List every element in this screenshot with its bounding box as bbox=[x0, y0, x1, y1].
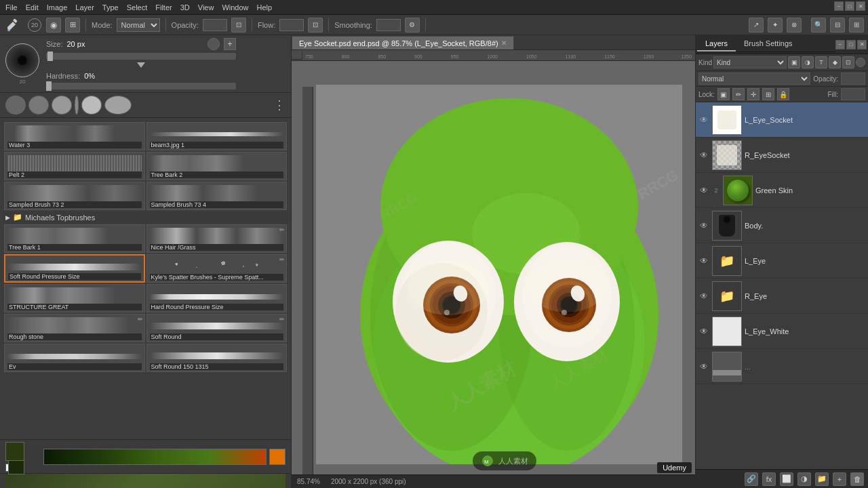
enable-tablet-button[interactable]: ✦ bbox=[768, 18, 783, 33]
canvas-content[interactable]: RRCG 人人素材 RRCG 人人素材 M 人人素材 bbox=[302, 61, 695, 488]
add-mask-button[interactable]: ⬜ bbox=[780, 472, 793, 486]
opacity-input-layers[interactable]: 100% bbox=[841, 73, 865, 85]
delete-layer-button[interactable]: 🗑 bbox=[850, 472, 864, 486]
brush-item-structure-great[interactable]: STRUCTURE GREAT bbox=[4, 284, 145, 312]
brush-item-sampled73-4[interactable]: Sampled Brush 73 4 bbox=[146, 182, 288, 210]
brush-shape-thin[interactable] bbox=[75, 96, 79, 115]
export-button[interactable]: ⊞ bbox=[849, 18, 864, 33]
filter-shape-button[interactable]: ◆ bbox=[829, 56, 841, 68]
symmetry-button[interactable]: ⊗ bbox=[787, 18, 802, 33]
layer-visibility-l-eye-white[interactable]: 👁 bbox=[698, 326, 709, 337]
menu-image[interactable]: Image bbox=[47, 3, 68, 12]
lock-all-button[interactable]: 🔒 bbox=[777, 88, 789, 100]
filter-adjustment-button[interactable]: ◑ bbox=[802, 56, 814, 68]
brush-angle-tool[interactable]: ↗ bbox=[749, 18, 764, 33]
mode-select[interactable]: Normal Multiply Screen Overlay bbox=[117, 18, 160, 32]
brush-item-sampled73-2[interactable]: Sampled Brush 73 2 bbox=[4, 182, 145, 210]
smoothing-settings-button[interactable]: ⚙ bbox=[405, 18, 420, 33]
brush-item-pelt2[interactable]: Pelt 2 bbox=[4, 152, 145, 180]
lock-position-button[interactable]: ✛ bbox=[747, 88, 760, 100]
canvas-tab-eye-socket[interactable]: Eye Socket.psd end.psd @ 85.7% (L_Eye_So… bbox=[292, 36, 514, 49]
filter-pixel-button[interactable]: ▣ bbox=[788, 56, 800, 68]
brush-item-ev[interactable]: Ev bbox=[4, 344, 145, 372]
panel-close-button[interactable]: ✕ bbox=[857, 40, 867, 49]
brush-shape-soft-round[interactable] bbox=[5, 96, 26, 115]
opacity-pressure-button[interactable]: ⊡ bbox=[231, 18, 246, 33]
fill-input[interactable]: 100% bbox=[841, 88, 865, 100]
canvas-tab-close-button[interactable]: ✕ bbox=[501, 39, 507, 47]
layer-visibility-r-eye-socket[interactable]: 👁 bbox=[698, 150, 709, 161]
menu-window[interactable]: Window bbox=[222, 3, 248, 12]
tab-layers[interactable]: Layers bbox=[697, 37, 736, 52]
layer-item-body[interactable]: 👁 Body. bbox=[696, 208, 868, 243]
flow-pressure-button[interactable]: ⊡ bbox=[308, 18, 323, 33]
blend-mode-select[interactable]: Normal Multiply Screen Overlay Soft Ligh… bbox=[698, 73, 810, 85]
brush-item-beam3[interactable]: beam3.jpg 1 bbox=[146, 122, 288, 150]
layer-item-collapsed[interactable]: 👁 ... bbox=[696, 349, 868, 384]
maximize-button[interactable]: □ bbox=[845, 1, 854, 11]
brush-item-water3[interactable]: Water 3 bbox=[4, 122, 145, 150]
brush-item-soft-round[interactable]: Soft Round ✏ bbox=[146, 314, 288, 342]
layer-item-l-eye-white[interactable]: 👁 L_Eye_White bbox=[696, 314, 868, 349]
brush-shape-xl-soft[interactable] bbox=[104, 96, 132, 115]
brush-item-treebark1[interactable]: Tree Bark 1 bbox=[4, 224, 145, 253]
orange-color-swatch[interactable] bbox=[269, 449, 285, 465]
lock-pixels-button[interactable]: ✏ bbox=[732, 88, 745, 100]
brush-item-rough-stone[interactable]: Rough stone ✏ bbox=[4, 314, 145, 342]
panel-expand-button[interactable]: □ bbox=[846, 40, 856, 49]
filter-type-button[interactable]: T bbox=[815, 56, 827, 68]
opacity-input[interactable]: 72% bbox=[203, 19, 227, 31]
layer-item-r-eye-socket[interactable]: 👁 R_EyeSocket bbox=[696, 138, 868, 173]
brush-group-header-michaels[interactable]: ▶ 📁 Michaels Topbrushes bbox=[3, 211, 288, 223]
minimize-button[interactable]: − bbox=[834, 1, 844, 11]
layer-visibility-l-eye[interactable]: 👁 bbox=[698, 256, 709, 266]
brush-shape-medium-round[interactable] bbox=[52, 96, 72, 115]
flow-input[interactable]: 74% bbox=[279, 19, 304, 31]
menu-3d[interactable]: 3D bbox=[180, 3, 190, 12]
search-button[interactable]: 🔍 bbox=[811, 18, 826, 33]
foreground-color-swatch[interactable] bbox=[5, 442, 24, 461]
brush-item-treebark2[interactable]: Tree Bark 2 bbox=[146, 152, 288, 180]
panel-minimize-button[interactable]: − bbox=[835, 40, 845, 49]
menu-help[interactable]: Help bbox=[257, 3, 273, 12]
color-gradient-bar[interactable] bbox=[43, 449, 267, 465]
smoothing-input[interactable]: 0% bbox=[376, 19, 401, 31]
brush-size-slider[interactable] bbox=[46, 53, 236, 60]
menu-filter[interactable]: Filter bbox=[155, 3, 172, 12]
brush-item-kyles-spatter[interactable]: Kyle's Spatter Brushes - Supreme Spatt..… bbox=[146, 254, 288, 283]
menu-file[interactable]: File bbox=[5, 3, 18, 12]
menu-select[interactable]: Select bbox=[127, 3, 148, 12]
layer-item-l-eye-socket[interactable]: 👁 L_Eye_Socket bbox=[696, 102, 868, 138]
menu-view[interactable]: View bbox=[198, 3, 214, 12]
brush-item-softround-pressure[interactable]: Soft Round Pressure Size bbox=[4, 254, 145, 283]
layer-visibility-l-eye-socket[interactable]: 👁 bbox=[698, 115, 709, 125]
toggle-always-use-pressure-button[interactable]: ⊞ bbox=[65, 18, 80, 33]
add-adjustment-button[interactable]: ◑ bbox=[797, 472, 811, 486]
layer-item-green-skin[interactable]: 👁 2 Green Skin bbox=[696, 173, 868, 208]
filter-toggle-button[interactable] bbox=[856, 58, 865, 67]
layer-visibility-body[interactable]: 👁 bbox=[698, 220, 709, 231]
brush-tool-icon[interactable] bbox=[4, 16, 23, 35]
brush-item-hardround-pressure[interactable]: Hard Round Pressure Size bbox=[146, 284, 288, 312]
kind-filter-select[interactable]: Kind Name Effect Mode bbox=[713, 56, 787, 68]
add-brush-button[interactable]: + bbox=[224, 38, 236, 50]
link-layers-button[interactable]: 🔗 bbox=[745, 472, 758, 486]
layer-visibility-r-eye[interactable]: 👁 bbox=[698, 291, 709, 302]
add-layer-style-button[interactable]: fx bbox=[762, 472, 776, 486]
lock-artboard-button[interactable]: ⊞ bbox=[762, 88, 774, 100]
brush-item-soft-round-150[interactable]: Soft Round 150 1315 bbox=[146, 344, 288, 372]
close-button[interactable]: ✕ bbox=[856, 1, 865, 11]
lock-transparent-button[interactable]: ▣ bbox=[717, 88, 730, 100]
brush-shape-round-2[interactable] bbox=[28, 96, 49, 115]
brush-shape-large-soft[interactable] bbox=[81, 96, 102, 115]
brush-hardness-slider[interactable] bbox=[46, 83, 236, 89]
add-layer-button[interactable]: + bbox=[833, 472, 846, 486]
filter-smart-button[interactable]: ⊡ bbox=[842, 56, 854, 68]
add-group-button[interactable]: 📁 bbox=[815, 472, 829, 486]
menu-edit[interactable]: Edit bbox=[26, 3, 39, 12]
brush-item-nicehair[interactable]: Nice Hair /Grass ✏ bbox=[146, 224, 288, 253]
layer-item-l-eye-group[interactable]: 👁 📁 L_Eye bbox=[696, 243, 868, 279]
toggle-airbrush-button[interactable]: ◉ bbox=[46, 18, 61, 33]
menu-type[interactable]: Type bbox=[102, 3, 119, 12]
arrange-button[interactable]: ⊟ bbox=[830, 18, 845, 33]
